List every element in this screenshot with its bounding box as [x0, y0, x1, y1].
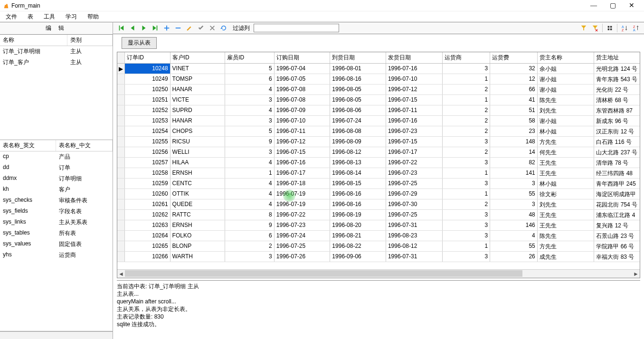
row-indicator	[117, 116, 125, 126]
sort-desc-icon[interactable]: ZA	[631, 23, 641, 33]
col-freight[interactable]: 运货费	[490, 52, 538, 63]
navigator-toolbar: 过滤列 AZ ZA	[113, 22, 644, 34]
table-list-item[interactable]: sys_values固定值表	[0, 239, 113, 250]
show-subtable-button[interactable]: 显示从表	[122, 37, 157, 49]
nav-edit-button[interactable]	[184, 23, 195, 33]
table-row[interactable]: 10261QUEDE41996-07-191996-08-161996-07-3…	[117, 199, 640, 210]
table-list-item[interactable]: sys_checks审核条件表	[0, 195, 113, 206]
row-indicator	[117, 210, 125, 220]
table-row[interactable]: ▶10248VINET51996-07-041996-08-011996-07-…	[117, 64, 640, 74]
col-cn-header[interactable]: 表名称_中文	[56, 140, 113, 151]
table-list[interactable]: 表名称_英文 表名称_中文 cp产品dd订单ddmx订单明细kh客户sys_ch…	[0, 140, 113, 331]
row-indicator	[117, 252, 125, 262]
col-shipper[interactable]: 运货商	[443, 52, 490, 63]
main-menu: 文件 表 工具 学习 帮助	[0, 11, 644, 22]
row-indicator	[117, 189, 125, 199]
find-icon[interactable]	[605, 23, 615, 33]
col-orderid[interactable]: 订单ID	[125, 52, 170, 63]
menu-learn[interactable]: 学习	[64, 12, 79, 22]
left-scrollbar[interactable]	[0, 331, 113, 339]
scroll-right-icon[interactable]: ►	[632, 270, 640, 278]
col-cat-header[interactable]: 类别	[67, 35, 113, 46]
table-row[interactable]: 10258ERNSH11996-07-171996-08-141996-07-2…	[117, 168, 640, 179]
log-line: 主从表...	[117, 290, 640, 298]
nav-next-button[interactable]	[139, 23, 149, 33]
nav-first-button[interactable]	[116, 23, 126, 33]
table-row[interactable]: 10262RATTC81996-07-221996-08-191996-07-2…	[117, 210, 640, 220]
table-row[interactable]: 10255RICSU91996-07-121996-08-091996-07-1…	[117, 137, 640, 147]
table-row[interactable]: 10263ERNSH91996-07-231996-08-201996-07-3…	[117, 220, 640, 231]
log-line: 当前选中表: 订单_订单明细 主从	[117, 282, 640, 290]
svg-text:A: A	[622, 25, 624, 28]
window-titlebar: Form_main — ▢ ✕	[0, 0, 644, 11]
nav-last-button[interactable]	[150, 23, 161, 33]
col-empid[interactable]: 雇员ID	[225, 52, 275, 63]
table-list-item[interactable]: sys_tables所有表	[0, 228, 113, 239]
nav-refresh-button[interactable]	[218, 23, 229, 33]
table-list-item[interactable]: kh客户	[0, 184, 113, 195]
row-indicator	[117, 241, 125, 251]
menu-help[interactable]: 帮助	[85, 12, 101, 22]
nav-post-button[interactable]	[196, 23, 206, 33]
col-shipaddr[interactable]: 货主地址	[594, 52, 640, 63]
col-custid[interactable]: 客户ID	[170, 52, 226, 63]
col-en-header[interactable]: 表名称_英文	[0, 140, 56, 151]
table-row[interactable]: 10266WARTH31996-07-261996-09-061996-07-3…	[117, 252, 640, 262]
col-orderdate[interactable]: 订购日期	[275, 52, 331, 63]
row-indicator	[117, 220, 125, 230]
menu-file[interactable]: 文件	[4, 12, 19, 22]
filter-clear-icon[interactable]	[590, 23, 600, 33]
nav-cancel-button[interactable]	[207, 23, 218, 33]
log-line: 主从关系，从表为非定长表。	[117, 305, 640, 313]
table-row[interactable]: 10250HANAR41996-07-081996-08-051996-07-1…	[117, 85, 640, 95]
query-list-item[interactable]: 订单_客户主从	[0, 57, 113, 68]
sort-asc-icon[interactable]: AZ	[619, 23, 630, 33]
table-row[interactable]: 10265BLONP21996-07-251996-08-221996-08-1…	[117, 241, 640, 252]
data-grid[interactable]: 订单ID 客户ID 雇员ID 订购日期 到货日期 发货日期 运货商 运货费 货主…	[117, 52, 640, 278]
table-row[interactable]: 10259CENTC41996-07-181996-08-151996-07-2…	[117, 179, 640, 189]
row-indicator	[117, 231, 125, 241]
window-minimize-button[interactable]: —	[584, 1, 603, 10]
filter-column-input[interactable]	[254, 24, 339, 32]
row-indicator: ▶	[117, 64, 125, 74]
row-indicator	[117, 199, 125, 209]
table-row[interactable]: 10254CHOPS51996-07-111996-08-081996-07-2…	[117, 126, 640, 137]
nav-delete-button[interactable]	[173, 23, 183, 33]
window-maximize-button[interactable]: ▢	[603, 1, 622, 10]
query-list[interactable]: 名称 类别 订单_订单明细主从订单_客户主从	[0, 35, 113, 140]
scroll-left-icon[interactable]: ◄	[117, 270, 125, 278]
grid-horizontal-scrollbar[interactable]: ◄ ►	[117, 269, 640, 278]
row-indicator	[117, 147, 125, 157]
window-close-button[interactable]: ✕	[622, 1, 641, 10]
row-indicator	[117, 179, 125, 188]
window-title: Form_main	[11, 2, 584, 9]
query-list-item[interactable]: 订单_订单明细主从	[0, 46, 113, 57]
table-row[interactable]: 10260OTTIK41996-07-191996-08-161996-07-2…	[117, 189, 640, 199]
menu-table[interactable]: 表	[26, 12, 35, 22]
table-row[interactable]: 10256WELLI31996-07-151996-08-121996-07-1…	[117, 147, 640, 158]
table-row[interactable]: 10253HANAR31996-07-101996-07-241996-07-1…	[117, 116, 640, 126]
row-indicator	[117, 137, 125, 147]
svg-text:Z: Z	[633, 25, 635, 28]
table-list-item[interactable]: sys_fields字段名表	[0, 206, 113, 217]
menu-tools[interactable]: 工具	[42, 12, 57, 22]
col-shipname[interactable]: 货主名称	[538, 52, 595, 63]
filter-icon[interactable]	[578, 23, 589, 33]
table-row[interactable]: 10249TOMSP61996-07-051996-08-161996-07-1…	[117, 74, 640, 85]
table-row[interactable]: 10257HILAA41996-07-161996-08-131996-07-2…	[117, 158, 640, 168]
table-row[interactable]: 10252SUPRD41996-07-091996-08-061996-07-1…	[117, 105, 640, 116]
table-list-item[interactable]: ddmx订单明细	[0, 173, 113, 184]
col-shipdate[interactable]: 发货日期	[386, 52, 443, 63]
table-list-item[interactable]: cp产品	[0, 151, 113, 162]
table-list-item[interactable]: sys_links主从关系表	[0, 217, 113, 228]
table-list-item[interactable]: yhs运货商	[0, 250, 113, 261]
col-name-header[interactable]: 名称	[0, 35, 67, 46]
table-row[interactable]: 10264FOLKO61996-07-241996-08-211996-08-2…	[117, 231, 640, 241]
table-row[interactable]: 10251VICTE31996-07-081996-08-051996-07-1…	[117, 95, 640, 105]
row-indicator	[117, 126, 125, 136]
nav-prev-button[interactable]	[127, 23, 138, 33]
table-list-item[interactable]: dd订单	[0, 162, 113, 173]
col-reqdate[interactable]: 到货日期	[330, 52, 386, 63]
nav-insert-button[interactable]	[161, 23, 172, 33]
row-indicator	[117, 168, 125, 178]
